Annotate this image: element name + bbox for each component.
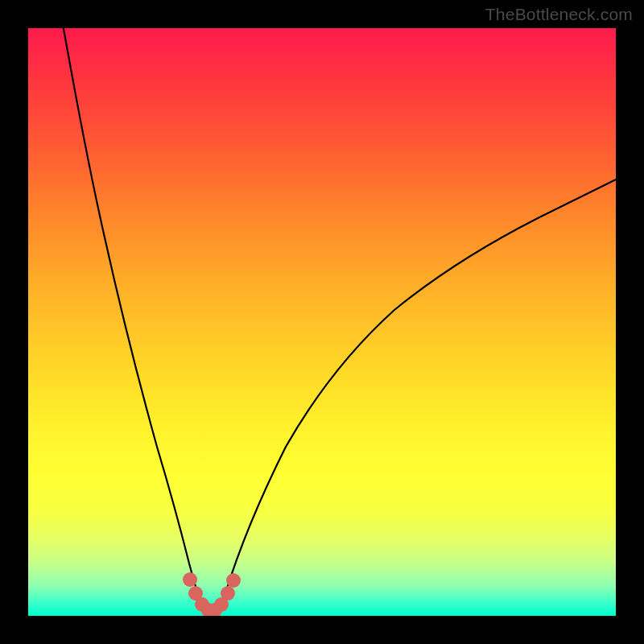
watermark-text: TheBottleneck.com xyxy=(485,5,633,24)
chart-frame: TheBottleneck.com xyxy=(0,0,644,644)
plot-area xyxy=(28,28,616,616)
